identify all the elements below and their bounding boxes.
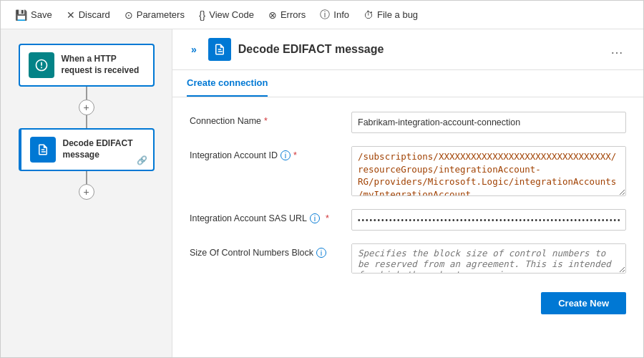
panel-title: Decode EDIFACT message <box>238 43 597 56</box>
sas-url-label: Integration Account SAS URL i * <box>190 209 340 223</box>
create-new-button[interactable]: Create New <box>541 292 626 314</box>
parameters-label: Parameters <box>137 9 185 20</box>
connection-name-label: Connection Name * <box>190 112 340 126</box>
save-icon: 💾 <box>15 9 27 21</box>
form-area: Connection Name * Integration Account ID… <box>172 97 643 358</box>
integration-account-id-input[interactable] <box>351 146 626 196</box>
tab-bar: Create connection <box>172 70 643 97</box>
required-star-1: * <box>264 116 268 126</box>
connector-2: + <box>79 171 94 200</box>
integration-account-id-label: Integration Account ID i * <box>190 146 340 160</box>
connection-name-row: Connection Name * <box>190 112 626 133</box>
connector-line-3 <box>86 171 87 184</box>
file-a-bug-button[interactable]: ⏱ File a bug <box>358 6 424 24</box>
errors-label: Errors <box>280 9 306 20</box>
sas-url-info-icon[interactable]: i <box>310 213 320 223</box>
control-numbers-row: Size Of Control Numbers Block i <box>190 243 626 274</box>
required-star-2: * <box>293 150 297 160</box>
panel-card-icon <box>208 38 231 61</box>
file-a-bug-label: File a bug <box>377 9 418 20</box>
sas-url-row: Integration Account SAS URL i * <box>190 209 626 231</box>
trigger-label: When a HTTP request is received <box>62 54 145 76</box>
action-icon <box>30 137 56 163</box>
panel-header: » Decode EDIFACT message … <box>172 29 643 70</box>
control-numbers-input[interactable] <box>351 243 626 274</box>
action-card[interactable]: Decode EDIFACT message 🔗 <box>19 128 155 171</box>
add-step-button-1[interactable]: + <box>79 100 94 115</box>
form-actions: Create New <box>190 286 626 321</box>
save-button[interactable]: 💾 Save <box>9 6 58 24</box>
link-icon: 🔗 <box>137 155 147 165</box>
tab-create-connection[interactable]: Create connection <box>187 70 268 97</box>
bug-icon: ⏱ <box>364 9 374 21</box>
parameters-button[interactable]: ⊙ Parameters <box>119 6 190 24</box>
save-label: Save <box>31 9 52 20</box>
trigger-card[interactable]: When a HTTP request is received <box>19 44 155 87</box>
toolbar: 💾 Save ✕ Discard ⊙ Parameters {} View Co… <box>1 1 643 29</box>
discard-icon: ✕ <box>67 9 75 21</box>
connector-line-1 <box>86 87 87 100</box>
more-options-button[interactable]: … <box>605 39 629 60</box>
right-panel: » Decode EDIFACT message … Create connec… <box>172 29 643 358</box>
integration-account-id-info-icon[interactable]: i <box>280 150 291 160</box>
required-star-3: * <box>326 213 329 223</box>
connector-1: + <box>79 87 94 128</box>
view-code-button[interactable]: {} View Code <box>193 6 260 24</box>
main-layout: When a HTTP request is received + Decode… <box>1 29 643 358</box>
left-panel: When a HTTP request is received + Decode… <box>1 29 172 358</box>
expand-icon[interactable]: » <box>187 39 201 59</box>
add-step-button-2[interactable]: + <box>79 184 94 200</box>
sas-url-input[interactable] <box>351 209 626 231</box>
info-label: Info <box>333 9 349 20</box>
errors-button[interactable]: ⊗ Errors <box>263 6 311 24</box>
action-label: Decode EDIFACT message <box>63 138 145 160</box>
control-numbers-label: Size Of Control Numbers Block i <box>190 243 340 258</box>
info-icon: ⓘ <box>320 9 330 21</box>
view-code-icon: {} <box>199 9 205 21</box>
integration-account-id-row: Integration Account ID i * <box>190 146 626 196</box>
control-numbers-info-icon[interactable]: i <box>316 248 326 258</box>
parameters-icon: ⊙ <box>125 9 133 21</box>
connection-name-input[interactable] <box>351 112 626 133</box>
info-button[interactable]: ⓘ Info <box>314 6 355 24</box>
errors-icon: ⊗ <box>268 9 277 21</box>
view-code-label: View Code <box>209 9 254 20</box>
connector-line-2 <box>86 115 87 128</box>
discard-button[interactable]: ✕ Discard <box>61 6 116 24</box>
trigger-icon <box>29 52 54 78</box>
discard-label: Discard <box>79 9 110 20</box>
